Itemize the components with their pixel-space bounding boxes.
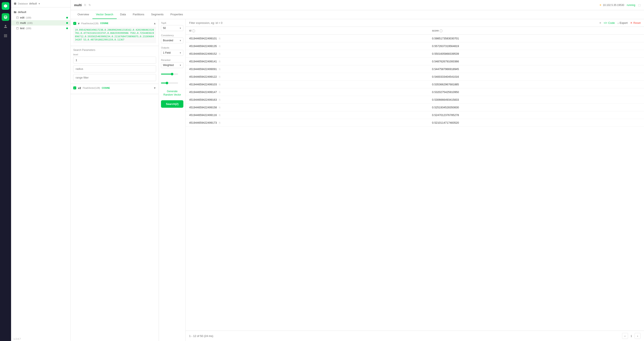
search-params-title: Search Parameters [73, 48, 156, 51]
table-row: 451944659422499135 ⎘ 0.5572637319564819 [186, 42, 644, 50]
pagination-controls: ‹ 1 › [622, 333, 640, 339]
filter-icon[interactable]: ≡ [600, 21, 601, 24]
vector-field-v2: ✓ v2 FloatVector(128) COSINE ▼ [71, 84, 159, 94]
slider-1-track[interactable] [161, 74, 178, 74]
score-info-icon[interactable]: i [440, 29, 442, 32]
copy-id-icon[interactable]: ⎘ [219, 45, 220, 48]
refresh-icon[interactable]: ↻ [88, 3, 91, 6]
cell-id: 451944659422499116 ⎘ [186, 111, 429, 119]
vector-v-data: [0.09542966549617238,0.20609020461318162… [73, 27, 156, 43]
cell-score: 0.5501605868339539 [429, 50, 644, 58]
table-row: 451944659422499158 ⎘ 0.5251934528350830 [186, 104, 644, 111]
tab-vector-search[interactable]: Vector Search [92, 10, 117, 19]
slider-2-track[interactable] [161, 83, 178, 83]
level-input[interactable] [73, 57, 156, 64]
generate-random-btn[interactable]: GenerateRandom Vector [161, 89, 183, 97]
cell-score: 0.5447587966918945 [429, 65, 644, 73]
copy-icon[interactable]: ⎘ [84, 3, 86, 6]
cell-id: 451944659422499158 ⎘ [186, 104, 429, 111]
outputs-value: 1 Field [163, 51, 170, 54]
logout-icon[interactable]: ⬚ [638, 3, 640, 6]
copy-id-icon[interactable]: ⎘ [219, 121, 220, 124]
nav-icon-user[interactable] [2, 22, 9, 30]
topk-select[interactable]: 50 ▼ [161, 25, 183, 31]
copy-id-icon[interactable]: ⎘ [219, 98, 220, 101]
copy-id-icon[interactable]: ⎘ [219, 37, 220, 40]
id-info-icon[interactable]: i [192, 29, 195, 32]
vector-v-checkbox[interactable]: ✓ [73, 22, 76, 25]
nav-icon-apps[interactable] [2, 32, 9, 39]
content-area: ✓ v FloatVector(128) COSINE ▲ [0.0954296… [71, 19, 644, 341]
slider-1-thumb[interactable] [171, 73, 173, 75]
default-db-label: default [18, 10, 26, 14]
left-combined: ✓ v FloatVector(128) COSINE ▲ [0.0954296… [71, 19, 186, 341]
db-tree-default[interactable]: default [11, 9, 70, 15]
copy-id-icon[interactable]: ⎘ [219, 68, 220, 71]
copy-id-icon[interactable]: ⎘ [219, 52, 220, 55]
table-row: 451944659422499103 ⎘ 0.5353662967681885 [186, 81, 644, 88]
slider-1-fill [161, 74, 172, 74]
tab-partitions[interactable]: Partitions [129, 10, 148, 19]
tab-properties[interactable]: Properties [167, 10, 186, 19]
cell-score: 0.5247012376785278 [429, 111, 644, 119]
reset-btn[interactable]: ✕ Reset [630, 21, 640, 24]
cell-id: 451944659422499152 ⎘ [186, 50, 429, 58]
cell-id: 451944659422499135 ⎘ [186, 42, 429, 50]
prev-page-btn[interactable]: ‹ [622, 333, 628, 339]
cell-score: 0.5320275425910950 [429, 88, 644, 96]
svg-rect-2 [16, 22, 18, 24]
cell-id: 451944659422499163 ⎘ [186, 96, 429, 104]
consistency-select[interactable]: Bounded ▼ [161, 37, 183, 43]
vector-v-name: v [78, 22, 80, 25]
vector-v2-checkbox[interactable]: ✓ [73, 86, 76, 89]
reranker-select[interactable]: Weighted ▼ [161, 62, 183, 68]
pagination: 1 - 12 of 50 (24 ms) ‹ 1 › [186, 331, 644, 341]
copy-id-icon[interactable]: ⎘ [219, 91, 220, 94]
multi-collection-label: multi [20, 21, 26, 24]
copy-id-icon[interactable]: ⎘ [219, 75, 220, 78]
vector-v2-type: FloatVector(128) [83, 87, 100, 89]
table-row: 451944659422499122 ⎘ 0.5400333404541016 [186, 73, 644, 81]
vector-v2-metric: COSINE [102, 87, 110, 89]
app-logo [2, 2, 9, 10]
range-filter-input[interactable] [73, 74, 156, 81]
cell-score: 0.5306666493415833 [429, 96, 644, 104]
filter-input[interactable] [189, 21, 597, 24]
code-btn[interactable]: </> Code [604, 21, 615, 24]
db-tree-multi[interactable]: multi (100) [11, 20, 70, 25]
server-status: running [627, 3, 635, 6]
copy-id-icon[interactable]: ⎘ [219, 83, 220, 86]
current-page: 1 [630, 335, 632, 338]
tab-data[interactable]: Data [117, 10, 129, 19]
table-row: 451944659422499147 ⎘ 0.5320275425910950 [186, 88, 644, 96]
vector-config-panel: ✓ v FloatVector(128) COSINE ▲ [0.0954296… [71, 19, 159, 341]
slider-2-thumb[interactable] [166, 82, 168, 84]
tabs: Overview Vector Search Data Partitions S… [71, 10, 644, 19]
vector-v-type: FloatVector(128) [81, 22, 98, 25]
code-icon: </> [604, 21, 607, 24]
copy-id-icon[interactable]: ⎘ [219, 60, 220, 63]
next-page-btn[interactable]: › [635, 333, 640, 339]
slider-2-container [161, 80, 183, 86]
copy-id-icon[interactable]: ⎘ [219, 114, 220, 117]
col-score: score i [429, 27, 644, 35]
db-tree-test[interactable]: test (100) [11, 25, 70, 31]
db-tree-edit[interactable]: edit (100) [11, 15, 70, 20]
vector-v-collapse[interactable]: ▲ [153, 22, 156, 25]
edit-collection-label: edit [20, 16, 24, 19]
radius-input[interactable] [73, 65, 156, 72]
export-btn[interactable]: ↓ Export [618, 21, 628, 24]
table-row: 451944659422499173 ⎘ 0.5210114717483520 [186, 119, 644, 127]
tab-overview[interactable]: Overview [74, 10, 92, 19]
nav-icon-database[interactable] [2, 13, 9, 21]
cell-score: 0.5400333404541016 [429, 73, 644, 81]
tab-segments[interactable]: Segments [148, 10, 167, 19]
search-params: Search Parameters level [71, 46, 159, 84]
copy-id-icon[interactable]: ⎘ [219, 106, 220, 109]
svg-rect-4 [16, 27, 18, 29]
outputs-select[interactable]: 1 Field ▼ [161, 50, 183, 56]
cell-id: 451944659422499101 ⎘ [186, 35, 429, 42]
search-button[interactable]: Search(2) [161, 100, 183, 108]
vector-v2-expand[interactable]: ▼ [153, 86, 156, 90]
outputs-config: Outputs 1 Field ▼ [161, 46, 183, 56]
